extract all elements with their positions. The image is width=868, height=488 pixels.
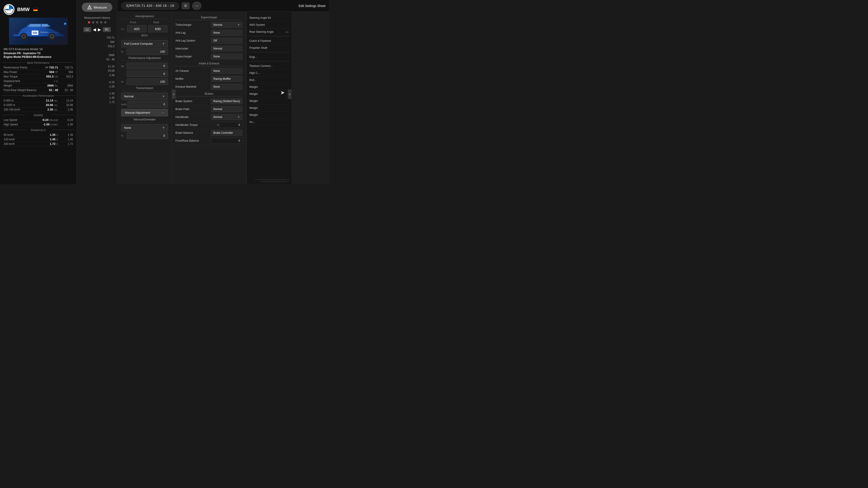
ecu-percent-input[interactable]: 100	[127, 48, 168, 55]
perf-kg-input[interactable]: 0	[127, 63, 168, 69]
stats-table: Performance Points PP 720.71 720.71 Max …	[0, 65, 76, 93]
manual-adjustment-button[interactable]: Manual Adjustment ···	[121, 109, 168, 116]
supercharger-value: None	[213, 55, 220, 58]
flag-icon	[33, 8, 38, 11]
brake-pads-row: Brake Pads Normal	[176, 105, 243, 113]
power-value: 584 HP	[44, 70, 58, 74]
compare-val-disp: -	[81, 49, 115, 53]
low-speed-label: Low Speed	[4, 119, 17, 122]
g120-label: 120 km/h	[4, 138, 15, 141]
ecu-value: Full Control Computer	[124, 42, 153, 45]
r1-button[interactable]: R1	[103, 27, 111, 32]
antilag-sys-value-box: Off	[211, 38, 243, 43]
perf-kg-row: kg 0	[121, 63, 168, 69]
sidebar-high-c[interactable]: High C...	[248, 70, 290, 76]
g60-compare: 1.35	[62, 133, 73, 136]
prev-arrow-button[interactable]: ◀	[93, 27, 96, 32]
brake-pads-value-box: Normal	[211, 106, 243, 112]
trans-kmh-row: km/h 0	[121, 101, 168, 107]
pp-prefix: PP	[45, 66, 48, 69]
aero-front-value[interactable]: 420	[127, 25, 147, 32]
sidebar-propeller-shaft[interactable]: Propellor Shaft	[248, 44, 290, 52]
aero-sub-labels: Front Rear	[121, 21, 168, 24]
sidebar-weight-3[interactable]: Weight	[248, 98, 290, 105]
compare-val-a400: 11.14	[81, 64, 115, 69]
history-dot-5[interactable]	[104, 21, 106, 24]
sidebar-weight-4[interactable]: Weight	[248, 105, 290, 111]
sidebar-clutch-flywheel[interactable]: Clutch & Flywheel	[248, 37, 290, 44]
nitrous-pct-input[interactable]: 0	[127, 132, 168, 139]
handbrake-torque-container: % 0	[217, 122, 243, 128]
displacement-number: -	[54, 79, 55, 83]
high-speed-value: -1.00 (Under)	[43, 123, 58, 126]
history-dot-2[interactable]	[92, 21, 94, 24]
trans-dropdown[interactable]: Normal ▼	[121, 93, 168, 100]
brake-system-label: Brake System	[176, 100, 211, 103]
history-dot-1[interactable]	[88, 21, 90, 24]
rotational-divider: Rotational G	[0, 127, 76, 132]
rotational-table: 60 km/h 1.35 G 1.35 120 km/h 1.45 G 1.45…	[0, 132, 76, 147]
base-perf-divider: Base Performance	[0, 60, 76, 65]
a400-value: 11.14 sec.	[44, 99, 58, 102]
options-button[interactable]: ···	[192, 2, 202, 10]
torque-value: 553.3 ft-lb	[44, 75, 58, 78]
handbrake-dropdown[interactable]: Normal ▼	[211, 114, 243, 120]
sidebar-engine[interactable]: Engi...	[248, 54, 290, 61]
displacement-compare: -	[62, 79, 73, 83]
sidebar-rear-steering[interactable]: Rear Steering Angle Lv.	[248, 29, 290, 35]
l1-button[interactable]: L1	[84, 27, 91, 32]
compare-val-torque: 553.3	[81, 44, 115, 48]
handbrake-torque-input[interactable]: 0	[220, 122, 243, 128]
sidebar-titanium[interactable]: Titanium Connect...	[248, 63, 290, 70]
right-nav-arrow-button[interactable]: ›	[288, 90, 291, 99]
high-speed-compare: -1.00	[62, 123, 73, 126]
turbocharger-dropdown[interactable]: Normal ▼	[211, 22, 243, 28]
a400-row: 0-400 m 11.14 sec. 11.14	[4, 98, 73, 103]
a1000-row: 0-1000 m 20.06 sec. 20.06	[4, 103, 73, 107]
cursor-arrow-icon: ➤	[280, 90, 285, 96]
displacement-row: Displacement - cc -	[4, 79, 73, 84]
turbo-arrow: ▼	[237, 23, 240, 26]
intake-exhaust-header: Intake & Exhaust	[176, 61, 243, 66]
brake-system-value: Racing (Slotted Discs)	[213, 100, 240, 103]
front-rear-input[interactable]: 0	[211, 138, 243, 144]
a400-label: 0-400 m	[4, 99, 13, 102]
aspiration-label: Aspiration	[23, 52, 36, 55]
ecu-dropdown-arrow: ▼	[162, 42, 165, 45]
settings-area: Aerodynamics Front Rear Lv. 420 630 ECU …	[118, 12, 329, 184]
middle-settings-column: Supercharger Turbocharger Normal ▼ Anti-…	[172, 12, 246, 184]
displacement-label: Displacement	[4, 79, 20, 83]
svg-point-17	[89, 8, 90, 8]
torque-unit: ft-lb	[54, 75, 58, 78]
history-dot-4[interactable]	[100, 21, 102, 24]
history-dot-3[interactable]	[96, 21, 98, 24]
svg-text:PlayStation: PlayStation	[40, 31, 48, 33]
sidebar-4ws-system[interactable]: 4WS System	[248, 22, 290, 29]
steering-angle-kit-label: Steering Angle Kit	[249, 16, 271, 20]
a100-row: 100-150 km/h 2.36 sec. 2.36	[4, 107, 73, 112]
next-arrow-button[interactable]: ▶	[98, 27, 101, 32]
menu-button[interactable]: ☰	[182, 2, 189, 9]
g240-label: 240 km/h	[4, 142, 15, 145]
ecu-percent-row: % 100	[121, 48, 168, 55]
weight-unit: lbs.	[55, 85, 58, 87]
turbocharger-row: Turbocharger Normal ▼	[176, 21, 243, 29]
trans-kmh-input[interactable]: 0	[127, 101, 168, 107]
aero-rear-value[interactable]: 630	[148, 25, 168, 32]
sidebar-weight-5[interactable]: Weight	[248, 111, 290, 119]
measure-button[interactable]: Measure	[82, 3, 112, 12]
left-nav-arrow-button[interactable]: ‹	[172, 90, 176, 99]
perf-pct-input[interactable]: 100	[127, 78, 168, 85]
handbrake-torque-percent: %	[217, 124, 219, 126]
sidebar-steering-angle-kit[interactable]: Steering Angle Kit	[248, 14, 290, 22]
sidebar-body[interactable]: Bod...	[248, 76, 290, 84]
edit-settings-button[interactable]: Edit Settings Sheet	[299, 4, 326, 8]
sidebar-inc[interactable]: Inc...	[248, 119, 290, 126]
nitrous-dropdown[interactable]: None ▼	[121, 124, 168, 131]
perf-pp-input[interactable]: 0	[127, 70, 168, 77]
inc-label: Inc...	[249, 121, 255, 124]
sidebar-divider-3	[248, 61, 290, 62]
nitrous-value: None	[124, 126, 131, 129]
balance-row: Front-Rear Weight Balance 52 : 48 52 : 4…	[4, 88, 73, 92]
ecu-dropdown[interactable]: Full Control Computer ▼	[121, 40, 168, 47]
